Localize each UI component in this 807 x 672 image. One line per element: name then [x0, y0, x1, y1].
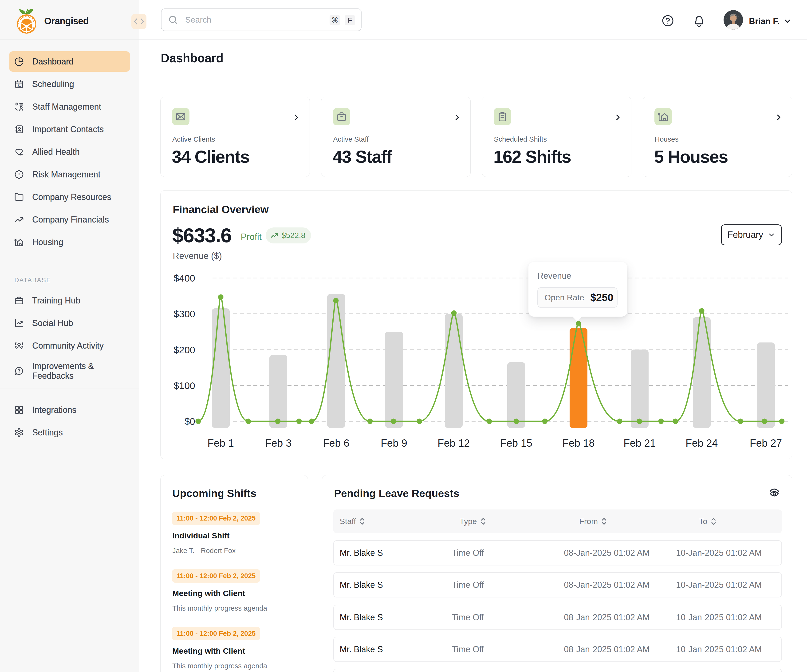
svg-text:Feb 6: Feb 6 — [323, 437, 350, 449]
svg-text:Feb 24: Feb 24 — [686, 437, 718, 449]
svg-text:$400: $400 — [174, 273, 195, 284]
svg-text:Feb 27: Feb 27 — [750, 437, 782, 449]
svg-text:Feb 9: Feb 9 — [381, 437, 407, 449]
svg-text:Feb 15: Feb 15 — [500, 437, 533, 449]
svg-text:Feb 21: Feb 21 — [624, 437, 656, 449]
svg-text:Feb 1: Feb 1 — [208, 437, 234, 449]
svg-text:Feb 3: Feb 3 — [265, 437, 292, 449]
svg-text:31: 31 — [17, 84, 21, 87]
svg-text:$100: $100 — [174, 380, 195, 391]
svg-text:$0: $0 — [184, 416, 195, 427]
svg-text:$200: $200 — [174, 344, 195, 355]
svg-text:Feb 12: Feb 12 — [438, 437, 470, 449]
svg-text:$300: $300 — [174, 309, 195, 319]
svg-text:Feb 18: Feb 18 — [563, 437, 595, 449]
